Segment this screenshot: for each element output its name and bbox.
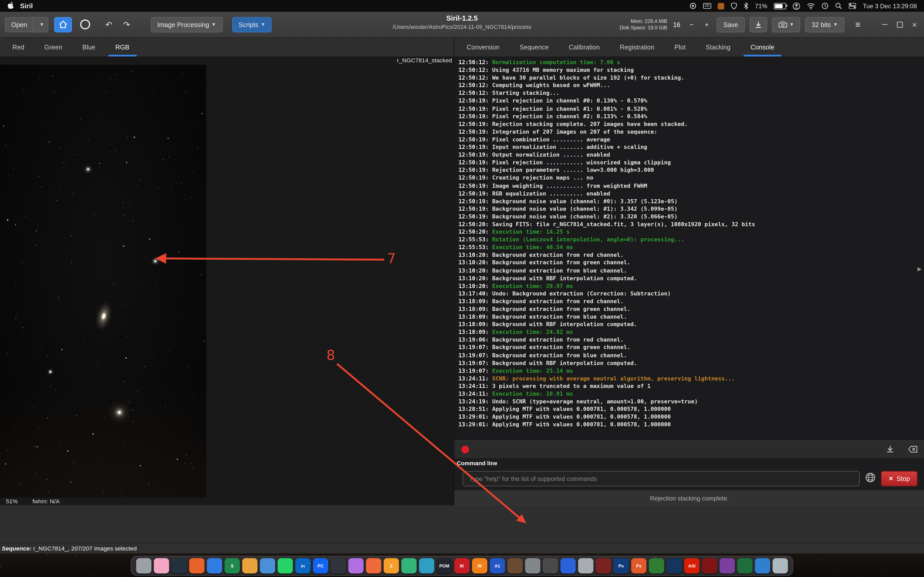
- hamburger-menu-button[interactable]: ≡: [849, 17, 867, 32]
- tab-blue[interactable]: Blue: [73, 38, 105, 56]
- dock-app-icon[interactable]: [596, 558, 611, 574]
- console-line: 12:50:19: Pixel rejection in channel #2:…: [459, 112, 922, 120]
- time-machine-icon[interactable]: [822, 2, 829, 9]
- dock-app-icon[interactable]: [720, 558, 735, 574]
- dock-app-icon[interactable]: [171, 558, 187, 574]
- dock-app-icon[interactable]: [331, 558, 346, 574]
- dock-app-icon[interactable]: [401, 558, 417, 574]
- minimize-button[interactable]: [882, 24, 887, 25]
- dock-app-icon[interactable]: [649, 558, 664, 574]
- dock-app-icon[interactable]: PC: [313, 558, 328, 574]
- tab-green[interactable]: Green: [34, 38, 73, 56]
- maximize-button[interactable]: [897, 21, 903, 27]
- dock-app-icon[interactable]: [578, 558, 593, 574]
- dock-app-icon[interactable]: [543, 558, 558, 574]
- open-button[interactable]: Open: [5, 17, 33, 32]
- dock-app-icon[interactable]: [419, 558, 434, 574]
- console-line: 12:50:12: Using 43716 MB memory maximum …: [459, 66, 922, 74]
- dock-app-icon[interactable]: A1: [489, 558, 505, 574]
- tab-plot[interactable]: Plot: [664, 38, 696, 56]
- redo-button[interactable]: ↷: [118, 17, 136, 32]
- dock-app-icon[interactable]: ASI: [684, 558, 699, 574]
- dock-app-icon[interactable]: [260, 558, 275, 574]
- command-help-button[interactable]: [865, 472, 876, 485]
- dock-app-icon[interactable]: [154, 558, 169, 574]
- menubar-clock[interactable]: Tue 3 Dec 13:29:08: [863, 2, 917, 9]
- tab-rgb[interactable]: RGB: [105, 38, 139, 56]
- clear-console-button[interactable]: [908, 444, 918, 455]
- grey-preview-button[interactable]: [77, 17, 94, 32]
- apple-logo-icon[interactable]: [7, 2, 14, 10]
- tab-stacking[interactable]: Stacking: [696, 38, 740, 56]
- close-button[interactable]: ×: [912, 21, 917, 27]
- tab-calibration[interactable]: Calibration: [559, 38, 610, 56]
- sequence-label: Sequence:: [2, 545, 32, 552]
- dock-app-icon[interactable]: [366, 558, 381, 574]
- clear-backspace-icon: [908, 445, 918, 452]
- console-line: 12:50:19: Background noise value (channe…: [459, 213, 922, 220]
- image-processing-button[interactable]: Image Processing▼: [151, 17, 223, 32]
- control-center-icon[interactable]: [849, 3, 856, 9]
- tab-conversion[interactable]: Conversion: [457, 38, 509, 56]
- keyboard-icon[interactable]: [703, 3, 711, 9]
- command-record-icon[interactable]: [462, 446, 469, 453]
- dock-app-icon[interactable]: [242, 558, 257, 574]
- console-line: 13:29:01: Applying MTF with values 0.000…: [459, 421, 922, 429]
- dock-app-icon[interactable]: [507, 558, 523, 574]
- panel-expand-arrow[interactable]: ▶: [918, 266, 922, 272]
- dock-app-icon[interactable]: [189, 558, 204, 574]
- dock-app-icon[interactable]: [755, 558, 770, 574]
- zoom-in-button[interactable]: +: [701, 20, 712, 29]
- dock-app-icon[interactable]: [737, 558, 752, 574]
- undo-button[interactable]: ↶: [100, 17, 118, 32]
- tab-registration[interactable]: Registration: [610, 38, 664, 56]
- wifi-icon[interactable]: [807, 3, 815, 9]
- user-account-icon[interactable]: [793, 2, 801, 10]
- console-line: 12:50:19: Background noise value (channe…: [459, 205, 922, 213]
- menubar-app-name[interactable]: Siril: [20, 2, 33, 9]
- save-as-button[interactable]: [749, 17, 767, 32]
- stop-button[interactable]: ×Stop: [881, 471, 918, 486]
- export-log-button[interactable]: [886, 444, 894, 455]
- dock-app-icon[interactable]: [136, 558, 151, 574]
- starfield[interactable]: [0, 64, 206, 497]
- console-log[interactable]: 12:50:12: Normalization computation time…: [454, 56, 924, 440]
- dock-app-icon[interactable]: [561, 558, 576, 574]
- save-button[interactable]: Save: [717, 17, 745, 32]
- bluetooth-icon[interactable]: [744, 2, 748, 9]
- dock-app-icon[interactable]: [348, 558, 363, 574]
- dock-app-icon[interactable]: $: [225, 558, 240, 574]
- console-line: 13:10:20: Background extraction from red…: [459, 251, 922, 259]
- tab-console[interactable]: Console: [740, 38, 784, 56]
- menubar-app-icon[interactable]: [718, 3, 724, 9]
- dock-app-icon[interactable]: Ps: [613, 558, 628, 574]
- tab-sequence[interactable]: Sequence: [509, 38, 559, 56]
- zoom-out-button[interactable]: −: [686, 20, 697, 29]
- dock-app-icon[interactable]: [666, 558, 682, 574]
- dock-app-icon[interactable]: in: [295, 558, 310, 574]
- screen-record-icon[interactable]: [690, 2, 696, 9]
- battery-icon[interactable]: [774, 3, 786, 9]
- shield-icon[interactable]: [731, 2, 737, 9]
- spotlight-search-icon[interactable]: [835, 2, 842, 9]
- snapshot-button[interactable]: ▼: [772, 17, 801, 32]
- dock-app-icon[interactable]: POM: [437, 558, 452, 574]
- dock-app-icon[interactable]: W: [472, 558, 487, 574]
- console-toolbar: [454, 440, 924, 458]
- dock-app-icon[interactable]: [702, 558, 717, 574]
- command-input[interactable]: [462, 471, 860, 486]
- console-line: 12:50:19: Creating rejection maps ... no: [459, 174, 922, 182]
- dock-app-icon[interactable]: [773, 558, 788, 574]
- tab-red[interactable]: Red: [2, 38, 34, 56]
- home-button[interactable]: [54, 17, 72, 32]
- dock-app-icon[interactable]: Ps: [631, 558, 646, 574]
- open-dropdown-button[interactable]: ▼: [33, 17, 48, 32]
- dock-app-icon[interactable]: Z: [384, 558, 399, 574]
- dock-app-icon[interactable]: [278, 558, 293, 574]
- console-line: 13:24:19: Undo: SCNR (type=average neutr…: [459, 398, 922, 405]
- dock-app-icon[interactable]: [207, 558, 222, 574]
- scripts-button[interactable]: Scripts▼: [232, 17, 272, 32]
- circle-icon: [81, 19, 90, 29]
- dock-app-icon[interactable]: IK: [454, 558, 470, 574]
- bit-depth-dropdown[interactable]: 32 bits▼: [805, 17, 844, 32]
